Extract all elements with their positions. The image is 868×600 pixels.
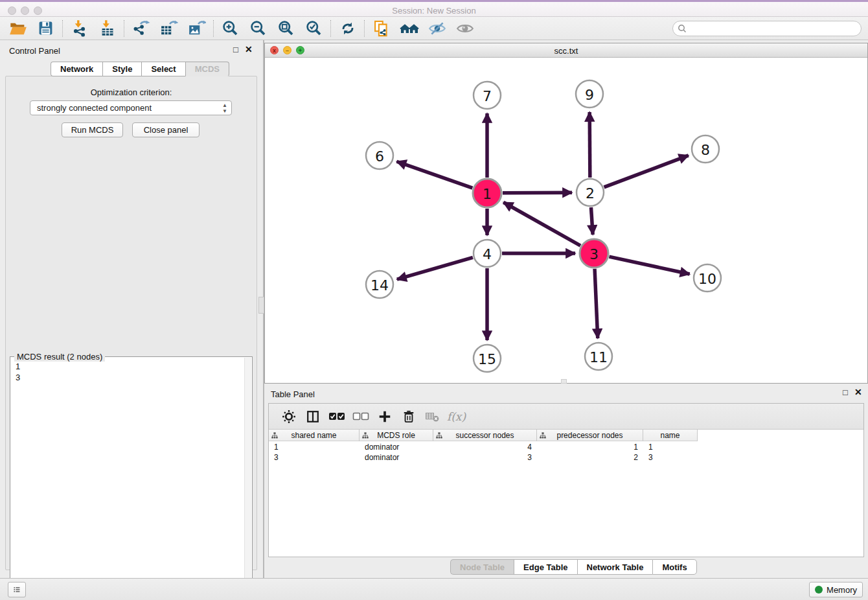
tab-select[interactable]: Select <box>141 62 185 76</box>
zoom-out-button[interactable] <box>244 18 272 39</box>
delete-table-button[interactable] <box>420 407 444 426</box>
export-network-button[interactable] <box>127 18 155 39</box>
table-cell[interactable]: 3 <box>269 452 360 463</box>
unselect-all-columns-button[interactable] <box>348 407 372 426</box>
graph-edge[interactable] <box>589 112 590 178</box>
column-header-shared-name[interactable]: shared name <box>269 430 360 441</box>
column-header-successor-nodes[interactable]: successor nodes <box>433 430 537 441</box>
list-icon <box>14 585 20 594</box>
zoom-selected-button[interactable] <box>300 18 328 39</box>
import-table-button[interactable] <box>93 18 121 39</box>
table-row[interactable]: 1 dominator 4 1 1 <box>269 442 698 452</box>
close-panel-icon[interactable]: ✕ <box>245 44 253 54</box>
tab-motifs[interactable]: Motifs <box>652 559 696 575</box>
select-all-columns-button[interactable] <box>325 407 348 426</box>
result-scrollbar[interactable] <box>244 358 251 600</box>
table-cell[interactable]: 2 <box>537 452 643 463</box>
optimization-criterion-select[interactable]: strongly connected component ▲▼ <box>30 100 232 115</box>
status-bar: Memory <box>0 578 868 600</box>
table-cell[interactable]: 1 <box>537 442 643 452</box>
search-input[interactable] <box>687 22 861 35</box>
new-network-from-selection-icon <box>372 19 391 38</box>
tab-network-table[interactable]: Network Table <box>577 559 653 575</box>
window-title: Session: New Session <box>0 6 868 16</box>
table-header-row: shared name MCDS role successor nodes pr… <box>269 430 698 441</box>
graph-edge[interactable] <box>503 192 572 193</box>
optimization-criterion-value: strongly connected component <box>37 103 152 113</box>
graph-node-label: 10 <box>698 271 716 287</box>
table-close-panel-icon[interactable]: ✕ <box>854 387 862 397</box>
float-panel-icon[interactable]: □ <box>233 45 238 54</box>
fx-icon: f(x) <box>447 410 466 423</box>
table-cell[interactable]: dominator <box>360 442 433 452</box>
zoom-selected-icon <box>305 19 323 37</box>
search-box[interactable] <box>672 21 862 36</box>
export-table-icon <box>160 19 178 37</box>
network-view-window: x – + scc.txt 7968124314101511 <box>264 43 868 384</box>
function-builder-button[interactable]: f(x) <box>444 407 468 426</box>
tab-mcds[interactable]: MCDS <box>185 62 229 76</box>
column-header-mcds-role[interactable]: MCDS role <box>360 430 433 441</box>
hide-selected-button[interactable] <box>423 18 451 39</box>
first-neighbors-button[interactable] <box>395 18 423 39</box>
export-image-icon <box>188 19 206 37</box>
table-settings-button[interactable] <box>277 407 301 426</box>
close-panel-button[interactable]: Close panel <box>132 122 200 137</box>
table-cell[interactable]: 3 <box>643 452 698 463</box>
export-image-button[interactable] <box>183 18 211 39</box>
run-mcds-button[interactable]: Run MCDS <box>62 122 123 137</box>
search-icon <box>678 24 687 33</box>
zoom-in-button[interactable] <box>216 18 244 39</box>
graph-node-label: 2 <box>586 185 595 202</box>
graph-edge[interactable] <box>591 207 593 235</box>
zoom-fit-icon <box>277 19 295 37</box>
node-table-view: f(x) shared name MCDS role successor nod… <box>268 403 864 557</box>
show-column-panel-button[interactable] <box>301 407 325 426</box>
save-session-button[interactable] <box>32 18 60 39</box>
window-titlebar: Session: New Session <box>0 0 868 17</box>
network-window-titlebar[interactable]: x – + scc.txt <box>265 43 867 58</box>
tab-style[interactable]: Style <box>102 62 141 76</box>
network-canvas[interactable]: 7968124314101511 <box>265 58 867 383</box>
graph-edge[interactable] <box>396 161 472 188</box>
mcds-result-text[interactable]: 13 <box>16 361 20 383</box>
delete-column-button[interactable] <box>396 407 420 426</box>
gear-icon <box>282 410 296 424</box>
table-row[interactable]: 3 dominator 3 2 3 <box>269 452 698 463</box>
tab-node-table[interactable]: Node Table <box>450 559 514 575</box>
zoom-fit-button[interactable] <box>272 18 300 39</box>
network-splitter-handle[interactable] <box>561 379 567 384</box>
create-column-button[interactable] <box>372 407 396 426</box>
graph-node-label: 11 <box>589 349 608 365</box>
column-header-predecessor-nodes[interactable]: predecessor nodes <box>537 430 643 441</box>
graph-edge[interactable] <box>503 202 580 246</box>
tab-edge-table[interactable]: Edge Table <box>514 559 577 575</box>
table-cell[interactable]: 4 <box>433 442 537 452</box>
refresh-layout-button[interactable] <box>334 18 361 39</box>
export-table-button[interactable] <box>155 18 183 39</box>
table-cell[interactable]: 1 <box>643 442 698 452</box>
table-cell[interactable]: 3 <box>433 452 537 463</box>
graph-edge[interactable] <box>609 257 689 274</box>
new-network-from-selection-button[interactable] <box>367 18 395 39</box>
column-header-name[interactable]: name <box>643 430 698 441</box>
import-network-button[interactable] <box>65 18 93 39</box>
control-panel-title: Control Panel <box>9 46 60 56</box>
table-float-panel-icon[interactable]: □ <box>843 387 848 397</box>
panel-splitter-handle[interactable] <box>258 297 264 314</box>
graph-node-label: 1 <box>483 186 492 202</box>
two-houses-icon <box>400 20 419 37</box>
show-all-button[interactable] <box>451 18 479 39</box>
table-cell[interactable]: 1 <box>269 442 360 452</box>
hierarchy-icon <box>540 432 546 439</box>
table-cell[interactable]: dominator <box>360 452 433 463</box>
graph-edge[interactable] <box>604 156 689 187</box>
graph-edge[interactable] <box>397 257 473 279</box>
memory-button[interactable]: Memory <box>809 582 863 597</box>
open-session-button[interactable] <box>4 18 32 39</box>
export-network-icon <box>132 19 150 37</box>
graph-edge[interactable] <box>595 269 598 338</box>
tab-network[interactable]: Network <box>51 62 102 76</box>
table-panel-tabs: Node Table Edge Table Network Table Moti… <box>450 559 697 575</box>
task-history-button[interactable] <box>8 582 26 597</box>
